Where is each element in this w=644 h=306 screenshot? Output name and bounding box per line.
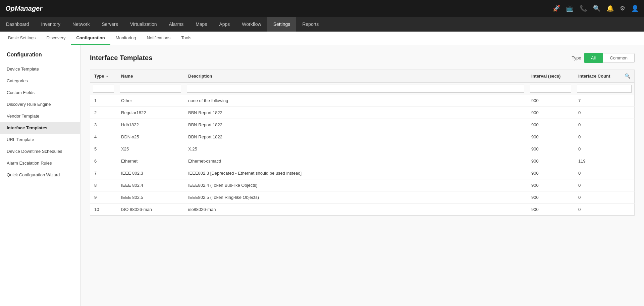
cell-description: IEEE802.5 (Token Ring-like Objects)	[184, 191, 527, 204]
cell-description: BBN Report 1822	[184, 131, 527, 143]
cell-type: 7	[90, 167, 117, 179]
main-nav-item-settings[interactable]: Settings	[267, 17, 297, 32]
sidebar-item-categories[interactable]: Categories	[0, 75, 80, 87]
rocket-icon[interactable]: 🚀	[553, 5, 560, 12]
type-common-button[interactable]: Common	[603, 53, 635, 63]
main-nav-item-workflow[interactable]: Workflow	[236, 17, 267, 32]
table-body: 1 Other none of the following 900 7 2 Re…	[90, 95, 635, 216]
main-nav-item-reports[interactable]: Reports	[296, 17, 325, 32]
cell-name: DDN-x25	[117, 131, 184, 143]
main-nav: DashboardInventoryNetworkServersVirtuali…	[0, 17, 644, 32]
main-nav-item-alarms[interactable]: Alarms	[163, 17, 190, 32]
phone-icon[interactable]: 📞	[580, 5, 587, 12]
topbar-icons: 🚀 📺 📞 🔍 🔔 ⚙ 👤	[553, 5, 639, 12]
cell-type: 5	[90, 143, 117, 155]
sidebar-item-vendor-template[interactable]: Vendor Template	[0, 110, 80, 122]
interface-templates-table: Type ▲ Name Description Interval (secs) …	[90, 70, 635, 216]
cell-interval: 900	[527, 191, 574, 204]
sub-nav-item-notifications[interactable]: Notifications	[141, 32, 176, 45]
cell-type: 2	[90, 107, 117, 119]
sidebar-item-alarm-escalation-rules[interactable]: Alarm Escalation Rules	[0, 157, 80, 169]
table-row: 2 Regular1822 BBN Report 1822 900 0	[90, 107, 635, 119]
sidebar-item-device-template[interactable]: Device Template	[0, 63, 80, 75]
cell-name: Other	[117, 95, 184, 107]
filter-description[interactable]	[187, 85, 524, 93]
filter-interval[interactable]	[530, 85, 571, 93]
cell-count: 0	[574, 143, 635, 155]
cell-description: none of the following	[184, 95, 527, 107]
app-logo: OpManager	[5, 5, 42, 12]
layout: Configuration Device TemplateCategoriesC…	[0, 45, 644, 306]
table-row: 4 DDN-x25 BBN Report 1822 900 0	[90, 131, 635, 143]
sidebar-item-url-template[interactable]: URL Template	[0, 134, 80, 145]
table-wrapper: Type ▲ Name Description Interval (secs) …	[90, 70, 635, 216]
sidebar-item-device-downtime-schedules[interactable]: Device Downtime Schedules	[0, 145, 80, 157]
main-nav-item-network[interactable]: Network	[66, 17, 96, 32]
cell-count: 0	[574, 191, 635, 204]
cell-interval: 900	[527, 107, 574, 119]
monitor-icon[interactable]: 📺	[566, 5, 574, 12]
cell-name: Regular1822	[117, 107, 184, 119]
cell-interval: 900	[527, 204, 574, 216]
sub-nav-item-basic-settings[interactable]: Basic Settings	[3, 32, 41, 45]
table-row: 6 Ethernet Ethernet-csmacd 900 119	[90, 155, 635, 167]
cell-count: 0	[574, 107, 635, 119]
table-row: 10 ISO 88026-man iso88026-man 900 0	[90, 204, 635, 216]
main-nav-item-servers[interactable]: Servers	[96, 17, 124, 32]
cell-interval: 900	[527, 131, 574, 143]
sidebar-item-interface-templates[interactable]: Interface Templates	[0, 122, 80, 134]
cell-count: 0	[574, 167, 635, 179]
cell-type: 1	[90, 95, 117, 107]
cell-interval: 900	[527, 167, 574, 179]
main-nav-item-virtualization[interactable]: Virtualization	[124, 17, 163, 32]
filter-name[interactable]	[120, 85, 181, 93]
cell-interval: 900	[527, 119, 574, 131]
cell-interval: 900	[527, 179, 574, 191]
cell-name: IEEE 802.5	[117, 191, 184, 204]
main-nav-item-maps[interactable]: Maps	[190, 17, 213, 32]
table-header-row: Type ▲ Name Description Interval (secs) …	[90, 70, 635, 83]
sidebar-item-discovery-rule-engine[interactable]: Discovery Rule Engine	[0, 98, 80, 110]
th-name: Name	[117, 70, 184, 83]
sidebar-item-custom-fields[interactable]: Custom Fields	[0, 87, 80, 98]
sub-nav-item-discovery[interactable]: Discovery	[41, 32, 71, 45]
cell-name: Hdh1822	[117, 119, 184, 131]
cell-description: BBN Report 1822	[184, 119, 527, 131]
sub-nav-item-tools[interactable]: Tools	[176, 32, 197, 45]
table-search-icon[interactable]: 🔍	[625, 73, 630, 79]
filter-type[interactable]	[93, 85, 114, 93]
cell-type: 9	[90, 191, 117, 204]
cell-description: X.25	[184, 143, 527, 155]
filter-row	[90, 82, 635, 95]
user-icon[interactable]: 👤	[631, 5, 639, 12]
cell-count: 7	[574, 95, 635, 107]
gear-icon[interactable]: ⚙	[620, 5, 625, 12]
main-nav-item-apps[interactable]: Apps	[213, 17, 236, 32]
cell-interval: 900	[527, 95, 574, 107]
table-row: 9 IEEE 802.5 IEEE802.5 (Token Ring-like …	[90, 191, 635, 204]
cell-type: 3	[90, 119, 117, 131]
bell-icon[interactable]: 🔔	[606, 5, 614, 12]
sidebar-item-quick-configuration-wizard[interactable]: Quick Configuration Wizard	[0, 169, 80, 181]
cell-type: 6	[90, 155, 117, 167]
main-nav-item-inventory[interactable]: Inventory	[35, 17, 67, 32]
cell-count: 0	[574, 204, 635, 216]
main-nav-item-dashboard[interactable]: Dashboard	[0, 17, 35, 32]
table-row: 5 X25 X.25 900 0	[90, 143, 635, 155]
main-content: Interface Templates Type All Common Type…	[80, 45, 644, 306]
sub-nav: Basic SettingsDiscoveryConfigurationMoni…	[0, 32, 644, 45]
topbar: OpManager 🚀 📺 📞 🔍 🔔 ⚙ 👤	[0, 0, 644, 17]
cell-count: 119	[574, 155, 635, 167]
cell-name: ISO 88026-man	[117, 204, 184, 216]
filter-count[interactable]	[577, 85, 632, 93]
sidebar-title: Configuration	[0, 52, 80, 63]
search-icon[interactable]: 🔍	[593, 5, 600, 12]
cell-count: 0	[574, 179, 635, 191]
cell-description: BBN Report 1822	[184, 107, 527, 119]
table-row: 7 IEEE 802.3 IEEE802.3 [Deprecated - Eth…	[90, 167, 635, 179]
cell-description: iso88026-man	[184, 204, 527, 216]
sub-nav-item-configuration[interactable]: Configuration	[71, 32, 110, 45]
cell-type: 4	[90, 131, 117, 143]
sub-nav-item-monitoring[interactable]: Monitoring	[110, 32, 142, 45]
type-all-button[interactable]: All	[584, 53, 603, 63]
